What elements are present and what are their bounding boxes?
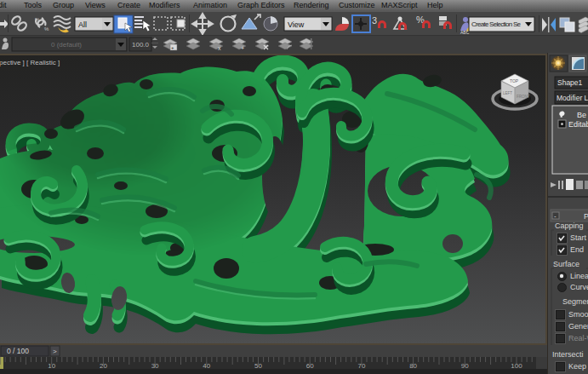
- svg-text:90: 90: [461, 362, 469, 370]
- svg-text:50: 50: [254, 362, 262, 370]
- svg-text:%: %: [44, 26, 49, 32]
- svg-text:>: >: [53, 348, 57, 355]
- svg-text:TOP: TOP: [510, 78, 519, 83]
- svg-text:LEFT: LEFT: [503, 91, 512, 95]
- svg-text:Shape1: Shape1: [557, 78, 583, 87]
- svg-text:Create Selection Se: Create Selection Se: [471, 20, 522, 28]
- svg-text:100: 100: [511, 362, 522, 370]
- svg-text:-: -: [554, 212, 557, 220]
- svg-text:40: 40: [203, 362, 210, 370]
- svg-text:Editabl: Editabl: [568, 120, 588, 129]
- svg-text:Modifier La: Modifier La: [557, 94, 588, 102]
- svg-text:20: 20: [100, 362, 107, 370]
- svg-text:%: %: [35, 17, 40, 22]
- svg-text:10: 10: [48, 362, 55, 370]
- svg-text:80: 80: [409, 362, 417, 370]
- svg-text:0 / 100: 0 / 100: [7, 347, 29, 355]
- svg-text:60: 60: [306, 362, 314, 370]
- svg-text:View: View: [288, 20, 305, 29]
- svg-text:30: 30: [151, 362, 159, 370]
- svg-text:+: +: [171, 45, 174, 50]
- svg-text:3: 3: [372, 15, 377, 26]
- svg-text:FRONT: FRONT: [517, 95, 530, 99]
- svg-text:All: All: [78, 20, 87, 29]
- svg-text:Be: Be: [577, 111, 586, 119]
- svg-text:100.0: 100.0: [132, 41, 150, 49]
- svg-text:70: 70: [357, 362, 365, 370]
- svg-text:0 (default): 0 (default): [51, 41, 82, 49]
- svg-text:x: x: [218, 45, 221, 51]
- svg-text:+: +: [241, 45, 244, 51]
- svg-text:P: P: [584, 212, 588, 221]
